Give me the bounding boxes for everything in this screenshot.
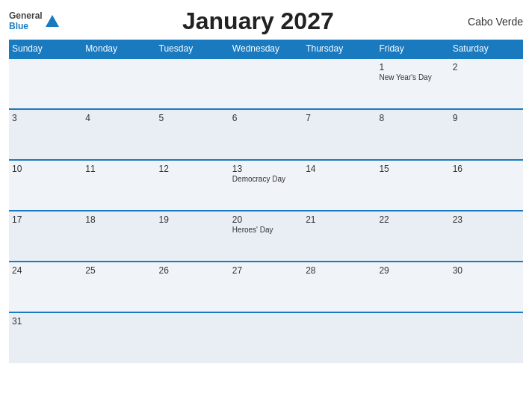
weekday-header-row: Sunday Monday Tuesday Wednesday Thursday… (9, 40, 523, 58)
calendar-cell: 25 (82, 262, 155, 312)
calendar-cell (303, 312, 376, 363)
day-number: 9 (453, 113, 520, 123)
calendar-cell: 17 (9, 211, 82, 262)
day-number: 14 (306, 164, 373, 174)
day-number: 15 (379, 164, 446, 174)
calendar-cell (229, 58, 303, 109)
calendar-cell: 6 (229, 109, 303, 160)
calendar-cell: 4 (82, 109, 155, 160)
calendar-week-row: 1New Year's Day2 (9, 58, 523, 109)
calendar-cell (229, 312, 303, 363)
day-number: 24 (12, 265, 79, 276)
day-number: 20 (232, 214, 300, 225)
header-sunday: Sunday (9, 40, 82, 58)
calendar-cell: 13Democracy Day (229, 160, 303, 211)
day-number: 4 (85, 113, 152, 123)
day-number: 12 (159, 164, 226, 174)
day-number: 25 (85, 265, 152, 276)
calendar-week-row: 3456789 (9, 109, 523, 160)
header-thursday: Thursday (303, 40, 376, 58)
calendar-week-row: 17181920Heroes' Day212223 (9, 211, 523, 262)
day-number: 19 (159, 214, 226, 225)
calendar-cell: 21 (303, 211, 376, 262)
calendar-cell: 29 (376, 262, 449, 312)
calendar-cell (450, 312, 523, 363)
calendar-week-row: 10111213Democracy Day141516 (9, 160, 523, 211)
logo-general-text: General (9, 11, 43, 21)
day-number: 18 (85, 214, 152, 225)
header-friday: Friday (376, 40, 449, 58)
day-number: 13 (232, 164, 300, 174)
calendar-week-row: 24252627282930 (9, 262, 523, 312)
calendar-header: General Blue January 2027 Cabo Verde (9, 7, 523, 35)
calendar-cell (376, 312, 449, 363)
day-number: 31 (12, 316, 79, 327)
day-number: 10 (12, 164, 79, 174)
day-event: New Year's Day (379, 73, 446, 81)
calendar-cell: 12 (156, 160, 229, 211)
svg-marker-0 (46, 15, 59, 27)
calendar-cell: 11 (82, 160, 155, 211)
header-monday: Monday (82, 40, 155, 58)
calendar-cell: 24 (9, 262, 82, 312)
calendar-cell: 30 (450, 262, 523, 312)
calendar-cell (303, 58, 376, 109)
calendar-cell: 10 (9, 160, 82, 211)
calendar-cell: 3 (9, 109, 82, 160)
calendar-cell (82, 312, 155, 363)
logo: General Blue (9, 11, 61, 31)
calendar-cell: 20Heroes' Day (229, 211, 303, 262)
calendar-cell: 15 (376, 160, 449, 211)
day-number: 26 (159, 265, 226, 276)
header-wednesday: Wednesday (229, 40, 303, 58)
day-number: 2 (453, 62, 520, 72)
day-number: 17 (12, 214, 79, 225)
day-number: 22 (379, 214, 446, 225)
day-number: 5 (159, 113, 226, 123)
calendar-cell: 9 (450, 109, 523, 160)
calendar-cell: 19 (156, 211, 229, 262)
day-event: Heroes' Day (232, 226, 300, 234)
day-number: 27 (232, 265, 300, 276)
calendar-cell: 8 (376, 109, 449, 160)
calendar-title: January 2027 (61, 7, 456, 35)
day-number: 28 (306, 265, 373, 276)
calendar-cell: 23 (450, 211, 523, 262)
calendar-cell: 28 (303, 262, 376, 312)
country-label: Cabo Verde (456, 16, 523, 28)
day-number: 11 (85, 164, 152, 174)
calendar-cell: 2 (450, 58, 523, 109)
calendar-cell: 22 (376, 211, 449, 262)
calendar-page: General Blue January 2027 Cabo Verde Sun… (0, 0, 532, 411)
day-number: 7 (306, 113, 373, 123)
calendar-cell: 1New Year's Day (376, 58, 449, 109)
calendar-cell (156, 312, 229, 363)
logo-blue-text: Blue (9, 22, 43, 31)
day-number: 3 (12, 113, 79, 123)
calendar-week-row: 31 (9, 312, 523, 363)
day-number: 1 (379, 62, 446, 72)
calendar-cell (82, 58, 155, 109)
calendar-cell: 16 (450, 160, 523, 211)
day-number: 23 (453, 214, 520, 225)
calendar-cell: 26 (156, 262, 229, 312)
day-number: 29 (379, 265, 446, 276)
header-saturday: Saturday (450, 40, 523, 58)
header-tuesday: Tuesday (156, 40, 229, 58)
day-number: 6 (232, 113, 300, 123)
logo-icon (44, 13, 61, 30)
calendar-table: Sunday Monday Tuesday Wednesday Thursday… (9, 40, 523, 363)
calendar-cell: 14 (303, 160, 376, 211)
calendar-cell: 5 (156, 109, 229, 160)
calendar-cell: 27 (229, 262, 303, 312)
day-event: Democracy Day (232, 175, 300, 183)
day-number: 16 (453, 164, 520, 174)
calendar-cell (9, 58, 82, 109)
day-number: 30 (453, 265, 520, 276)
day-number: 8 (379, 113, 446, 123)
calendar-cell (156, 58, 229, 109)
calendar-cell: 31 (9, 312, 82, 363)
day-number: 21 (306, 214, 373, 225)
calendar-cell: 7 (303, 109, 376, 160)
calendar-cell: 18 (82, 211, 155, 262)
